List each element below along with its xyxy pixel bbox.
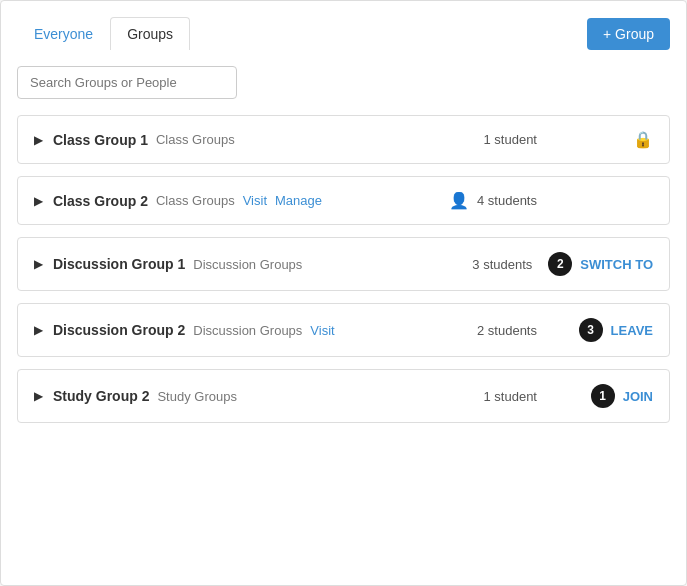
group-meta: 1 student <box>437 389 537 404</box>
group-name: Discussion Group 1 <box>53 256 185 272</box>
group-info: Discussion Group 1Discussion Groups <box>53 256 432 272</box>
action-label-leave[interactable]: LEAVE <box>611 323 653 338</box>
group-action: 🔒 <box>553 130 653 149</box>
group-name: Discussion Group 2 <box>53 322 185 338</box>
tab-groups[interactable]: Groups <box>110 17 190 50</box>
tab-group: Everyone Groups <box>17 17 190 50</box>
group-type: Class Groups <box>156 193 235 208</box>
group-row: ▶Class Group 1Class Groups1 student🔒 <box>17 115 670 164</box>
group-meta: 1 student <box>437 132 537 147</box>
group-row: ▶Study Group 2Study Groups1 student1JOIN <box>17 369 670 423</box>
group-link-manage[interactable]: Manage <box>275 193 322 208</box>
tab-everyone[interactable]: Everyone <box>17 17 110 50</box>
group-meta: 3 students <box>432 257 532 272</box>
group-info: Discussion Group 2Discussion GroupsVisit <box>53 322 437 338</box>
chevron-right-icon[interactable]: ▶ <box>34 389 43 403</box>
group-action: 2SWITCH TO <box>548 252 653 276</box>
group-name: Study Group 2 <box>53 388 149 404</box>
group-link-visit[interactable]: Visit <box>310 323 334 338</box>
student-count: 4 students <box>477 193 537 208</box>
group-type: Discussion Groups <box>193 323 302 338</box>
student-count: 2 students <box>477 323 537 338</box>
chevron-right-icon[interactable]: ▶ <box>34 257 43 271</box>
student-count: 1 student <box>484 389 538 404</box>
group-meta: 2 students <box>437 323 537 338</box>
group-type: Discussion Groups <box>193 257 302 272</box>
action-label-switch[interactable]: SWITCH TO <box>580 257 653 272</box>
group-badge: 1 <box>591 384 615 408</box>
group-row: ▶Discussion Group 1Discussion Groups3 st… <box>17 237 670 291</box>
group-row: ▶Discussion Group 2Discussion GroupsVisi… <box>17 303 670 357</box>
action-label-join[interactable]: JOIN <box>623 389 653 404</box>
group-action: 3LEAVE <box>553 318 653 342</box>
group-name: Class Group 1 <box>53 132 148 148</box>
group-action: 1JOIN <box>553 384 653 408</box>
lock-icon: 🔒 <box>633 130 653 149</box>
group-type: Study Groups <box>157 389 237 404</box>
person-icon: 👤 <box>449 191 469 210</box>
student-count: 3 students <box>472 257 532 272</box>
student-count: 1 student <box>484 132 538 147</box>
chevron-right-icon[interactable]: ▶ <box>34 323 43 337</box>
group-row: ▶Class Group 2Class GroupsVisitManage👤4 … <box>17 176 670 225</box>
search-input[interactable] <box>17 66 237 99</box>
group-type: Class Groups <box>156 132 235 147</box>
group-badge: 3 <box>579 318 603 342</box>
group-link-visit[interactable]: Visit <box>243 193 267 208</box>
header: Everyone Groups + Group <box>17 17 670 50</box>
group-info: Study Group 2Study Groups <box>53 388 437 404</box>
chevron-right-icon[interactable]: ▶ <box>34 194 43 208</box>
chevron-right-icon[interactable]: ▶ <box>34 133 43 147</box>
group-meta: 👤4 students <box>437 191 537 210</box>
search-bar <box>17 66 670 99</box>
group-info: Class Group 1Class Groups <box>53 132 437 148</box>
add-group-button[interactable]: + Group <box>587 18 670 50</box>
group-name: Class Group 2 <box>53 193 148 209</box>
groups-list: ▶Class Group 1Class Groups1 student🔒▶Cla… <box>17 115 670 423</box>
group-info: Class Group 2Class GroupsVisitManage <box>53 193 437 209</box>
main-container: Everyone Groups + Group ▶Class Group 1Cl… <box>0 0 687 586</box>
group-badge: 2 <box>548 252 572 276</box>
